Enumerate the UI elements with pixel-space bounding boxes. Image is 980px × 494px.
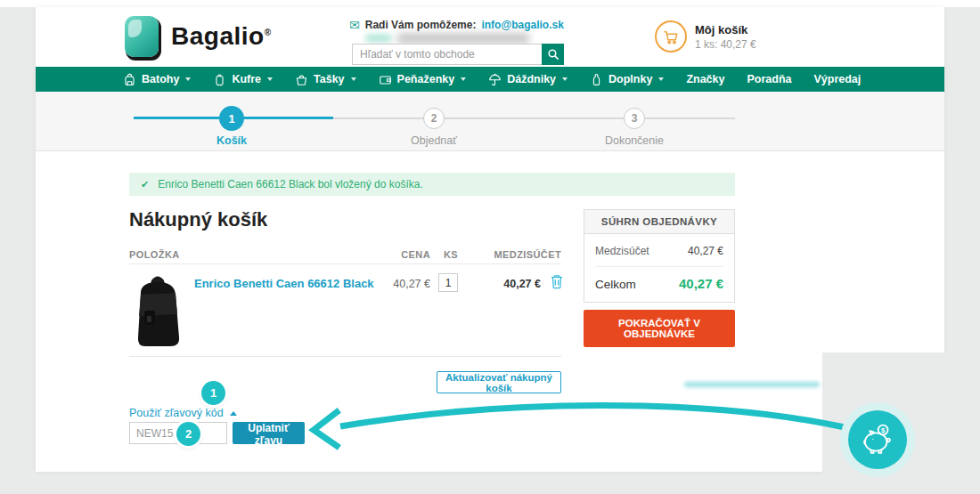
nav-item-dazdniky[interactable]: Dáždniky	[488, 73, 568, 86]
search-bar	[352, 44, 564, 65]
order-summary: SÚHRN OBJEDNÁVKY Medzisúčet 40,27 € Celk…	[584, 209, 735, 347]
success-message: ✔ Enrico Benetti Caen 66612 Black bol vl…	[129, 173, 735, 196]
quantity-input[interactable]	[438, 273, 458, 292]
step-circle-objednat: 2	[423, 108, 445, 129]
table-divider	[129, 356, 561, 357]
backpack-icon	[123, 73, 136, 86]
piggy-bank-icon: $	[858, 420, 897, 459]
bottle-icon	[590, 73, 603, 86]
nav-item-znacky[interactable]: Značky	[686, 73, 724, 85]
cart-circle	[655, 20, 687, 53]
product-name-link[interactable]: Enrico Benetti Caen 66612 Black	[194, 277, 374, 290]
discount-code-toggle[interactable]: Použiť zľavový kód	[129, 407, 237, 419]
annotation-badge-2: 2	[176, 422, 200, 446]
bagalio-suitcase-icon	[125, 16, 159, 57]
total-label: Celkom	[595, 278, 636, 291]
total-value: 40,27 €	[679, 276, 723, 291]
search-icon	[547, 48, 559, 61]
remove-item-button[interactable]	[551, 274, 563, 292]
nav-item-doplnky[interactable]: Doplnky	[590, 73, 664, 86]
update-cart-button[interactable]: Aktualizovať nákupný košík	[437, 371, 561, 393]
redacted-link	[684, 382, 820, 387]
nav-item-batohy[interactable]: Batohy	[123, 73, 191, 86]
nav-item-kufre[interactable]: Kufre	[213, 73, 273, 86]
help-label: Radi Vám pomôžeme:	[365, 19, 477, 31]
search-button[interactable]	[542, 44, 564, 65]
svg-text:$: $	[881, 426, 886, 434]
column-header-polozka: POLOŽKA	[129, 249, 180, 260]
brand-logo[interactable]: Bagalio®	[125, 16, 272, 57]
top-strip	[0, 0, 980, 7]
chevron-down-icon	[351, 77, 356, 81]
trash-icon	[551, 274, 563, 289]
column-header-medzisucet: MEDZISÚČET	[454, 249, 561, 260]
step-label-objednat: Objednať	[372, 134, 496, 147]
suitcase-icon	[213, 73, 226, 86]
help-email-link[interactable]: info@bagalio.sk	[481, 19, 563, 31]
subtotal-label: Medzisúčet	[595, 245, 649, 257]
piggy-bank-badge: $	[848, 410, 907, 469]
nav-item-poradna[interactable]: Poradňa	[747, 73, 791, 85]
subtotal-value: 40,27 €	[688, 245, 723, 257]
shopping-cart-icon	[663, 28, 680, 45]
summary-subtotal-row: Medzisúčet 40,27 €	[595, 245, 723, 257]
product-subtotal: 40,27 €	[486, 278, 541, 290]
product-image[interactable]	[132, 271, 184, 353]
step-label-dokoncenie: Dokončenie	[572, 134, 697, 147]
chevron-up-icon	[230, 411, 237, 416]
nav-item-tasky[interactable]: Tašky	[295, 73, 356, 86]
main-navigation: Batohy Kufre Tašky Peňaženky	[36, 67, 944, 92]
page-title: Nákupný košík	[129, 208, 267, 231]
summary-total-row: Celkom 40,27 €	[595, 276, 723, 291]
cart-widget-title: Môj košík	[695, 23, 756, 36]
apply-discount-button[interactable]: Uplatniť zľavu	[233, 422, 305, 444]
check-icon: ✔	[141, 179, 149, 190]
chevron-down-icon	[267, 77, 273, 81]
table-divider	[129, 263, 561, 264]
step-circle-kosik: 1	[219, 106, 244, 131]
checkout-progress: 1 2 3 Košík Objednať Dokončenie	[36, 92, 944, 151]
envelope-icon: ✉	[349, 19, 360, 31]
registered-mark: ®	[265, 28, 272, 37]
column-header-cena: CENA	[386, 249, 430, 260]
cart-widget-summary: 1 ks: 40,27 €	[695, 38, 756, 51]
annotation-badge-1: 1	[201, 381, 225, 405]
umbrella-icon	[488, 73, 502, 86]
chevron-down-icon	[562, 77, 568, 81]
step-circle-dokoncenie: 3	[624, 108, 645, 129]
wallet-icon	[379, 73, 392, 86]
chevron-down-icon	[461, 77, 466, 81]
bag-icon	[295, 73, 308, 86]
nav-item-penazenky[interactable]: Peňaženky	[379, 73, 467, 86]
page: Bagalio® ✉ Radi Vám pomôžeme: info@bagal…	[0, 0, 980, 494]
brand-name: Bagalio®	[171, 22, 272, 51]
contact-line: ✉ Radi Vám pomôžeme: info@bagalio.sk	[349, 19, 564, 31]
nav-item-vypredaj[interactable]: Výpredaj	[813, 73, 861, 85]
success-message-text: Enrico Benetti Caen 66612 Black bol vlož…	[158, 178, 423, 190]
chevron-down-icon	[658, 77, 664, 81]
chevron-down-icon	[185, 77, 191, 81]
product-price: 40,27 €	[381, 278, 430, 290]
redacted-phone-icon	[365, 34, 392, 43]
checkout-button[interactable]: POKRAČOVAŤ V OBJEDNÁVKE	[584, 310, 735, 347]
mini-cart[interactable]: Môj košík 1 ks: 40,27 €	[655, 20, 756, 53]
search-input[interactable]	[352, 44, 542, 65]
step-label-kosik: Košík	[169, 134, 294, 147]
summary-title: SÚHRN OBJEDNÁVKY	[584, 210, 734, 234]
redacted-phone-number	[396, 33, 530, 44]
content-card: Bagalio® ✉ Radi Vám pomôžeme: info@bagal…	[36, 7, 944, 472]
